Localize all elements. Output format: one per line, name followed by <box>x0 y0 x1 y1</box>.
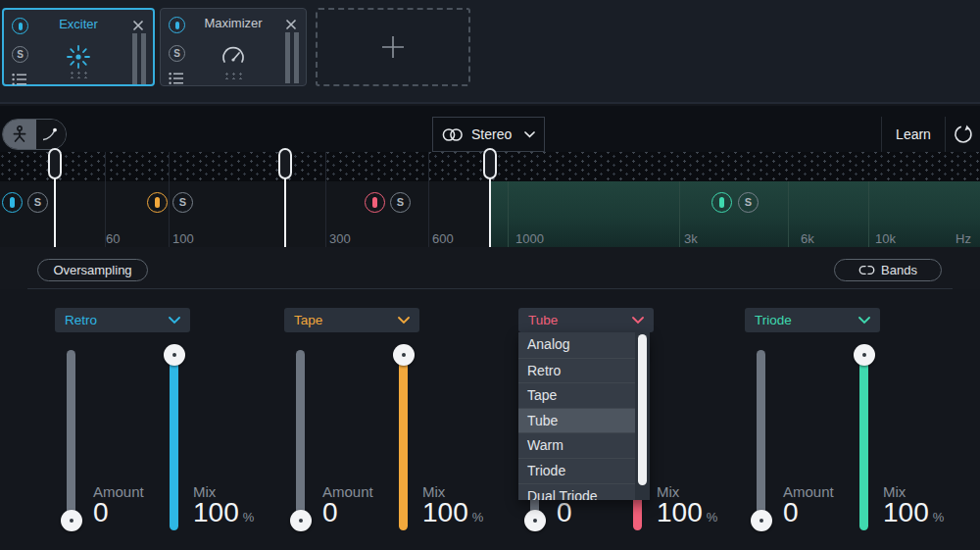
preset-list-icon[interactable] <box>169 72 184 89</box>
menu-scrollbar-thumb[interactable] <box>638 334 647 485</box>
band2-amount-thumb[interactable] <box>290 510 312 531</box>
band2-amount-slider[interactable] <box>296 350 305 530</box>
grid-line <box>679 181 680 247</box>
band1-solo-icon[interactable]: S <box>27 192 48 213</box>
channel-selector[interactable]: Stereo <box>432 117 545 152</box>
crossover-handle-2[interactable] <box>278 148 292 179</box>
grid-line <box>428 152 429 247</box>
band1-amount-thumb[interactable] <box>61 510 82 531</box>
drag-handle-dots-icon[interactable] <box>223 72 243 79</box>
menu-item-selected[interactable]: Tube <box>518 408 635 433</box>
toolbar: Stereo Learn <box>0 106 980 152</box>
band3-mode-dropdown[interactable]: Tube <box>518 308 654 332</box>
drag-handle-dots-icon[interactable] <box>69 71 88 78</box>
plugin-window: Exciter S <box>0 0 980 550</box>
freq-label: 300 <box>329 231 351 246</box>
assistant-person-icon[interactable] <box>3 120 36 149</box>
menu-item[interactable]: Retro <box>518 358 635 383</box>
freq-label: 10k <box>875 231 896 246</box>
band2-power-icon[interactable] <box>147 192 168 213</box>
module-card-exciter[interactable]: Exciter S <box>2 8 155 86</box>
freq-label: 1000 <box>515 231 544 246</box>
bands-panel: Retro Amount 0 Mix 100% Tape Amount 0 Mi… <box>0 289 980 550</box>
band2-solo-icon[interactable]: S <box>172 192 193 213</box>
band4-solo-icon[interactable]: S <box>738 192 759 213</box>
mix-value[interactable]: 100% <box>193 497 254 528</box>
menu-item[interactable]: Dual Triode <box>518 483 635 500</box>
selected-band-region[interactable] <box>490 181 980 247</box>
band1-amount-slider[interactable] <box>67 350 75 530</box>
freq-label: 6k <box>801 231 814 246</box>
controls-row: Oversampling Bands <box>0 247 980 289</box>
stereo-circles-icon <box>442 127 464 142</box>
view-mode-toggle <box>2 119 67 150</box>
module-meter <box>285 32 299 83</box>
band4-power-icon[interactable] <box>711 192 732 213</box>
maximizer-gauge-icon <box>220 43 247 73</box>
freq-label: 100 <box>172 231 194 246</box>
module-power-icon[interactable] <box>12 18 28 34</box>
band1-mode-dropdown[interactable]: Retro <box>55 308 190 332</box>
band2-mode-dropdown[interactable]: Tape <box>284 308 419 332</box>
band4-mode-dropdown[interactable]: Triode <box>745 308 880 332</box>
solo-icon[interactable]: S <box>12 46 28 63</box>
band1-mix-slider[interactable] <box>170 350 178 530</box>
chevron-down-icon <box>169 317 180 325</box>
band3-solo-icon[interactable]: S <box>390 192 411 213</box>
mode-dropdown-menu: Analog Retro Tape Tube Warm Triode Dual … <box>518 332 650 500</box>
band2-mix-thumb[interactable] <box>393 344 415 366</box>
manual-curve-icon[interactable] <box>36 120 66 149</box>
band1-power-icon[interactable] <box>2 192 23 213</box>
menu-scrollbar-track[interactable] <box>635 332 650 500</box>
chevron-down-icon <box>398 317 410 325</box>
band4-mix-thumb[interactable] <box>854 344 875 366</box>
oversampling-button[interactable]: Oversampling <box>37 259 148 281</box>
module-chain: Exciter S <box>0 0 980 104</box>
freq-label: 60 <box>106 231 120 246</box>
solo-icon[interactable]: S <box>169 45 185 62</box>
learn-button[interactable]: Learn <box>881 117 946 152</box>
amount-value[interactable]: 0 <box>557 497 572 528</box>
module-title: Exciter <box>31 17 125 31</box>
crossover-handle-3[interactable] <box>483 148 497 179</box>
grid-line <box>169 152 170 247</box>
band4-mix-slider[interactable] <box>859 350 868 530</box>
chevron-down-icon <box>524 131 535 138</box>
freq-label: 3k <box>684 231 698 246</box>
module-title: Maximizer <box>188 16 278 30</box>
amount-value[interactable]: 0 <box>322 497 338 528</box>
menu-item[interactable]: Triode <box>518 458 635 483</box>
chevron-down-icon <box>632 317 644 325</box>
menu-item[interactable]: Tape <box>518 382 635 408</box>
preset-list-icon[interactable] <box>12 73 27 90</box>
band3-power-icon[interactable] <box>365 192 385 213</box>
band4-amount-thumb[interactable] <box>751 510 772 531</box>
mix-value[interactable]: 100% <box>883 497 944 528</box>
band4-amount-slider[interactable] <box>757 350 765 530</box>
channel-label: Stereo <box>471 126 512 142</box>
amount-value[interactable]: 0 <box>783 497 799 528</box>
grid-line <box>508 181 509 247</box>
bands-button[interactable]: Bands <box>834 259 942 281</box>
grid-line <box>868 181 869 247</box>
freq-label: 600 <box>432 231 454 246</box>
module-power-icon[interactable] <box>169 17 185 33</box>
chevron-down-icon <box>858 317 870 325</box>
grid-line <box>325 152 326 247</box>
link-icon <box>858 265 875 275</box>
band3-amount-thumb[interactable] <box>524 510 546 531</box>
crossover-handle-1[interactable] <box>48 148 62 179</box>
history-reset-icon[interactable] <box>946 117 980 152</box>
mix-value[interactable]: 100% <box>422 497 483 528</box>
band1-mix-thumb[interactable] <box>164 344 185 366</box>
amount-value[interactable]: 0 <box>93 497 109 528</box>
menu-item[interactable]: Warm <box>518 432 635 458</box>
add-module-slot[interactable] <box>316 8 470 86</box>
mix-value[interactable]: 100% <box>657 497 717 528</box>
module-meter <box>132 33 146 84</box>
band2-mix-slider[interactable] <box>399 350 408 530</box>
freq-unit-label: Hz <box>956 231 971 246</box>
module-card-maximizer[interactable]: Maximizer S <box>160 8 307 86</box>
menu-item[interactable]: Analog <box>518 332 635 358</box>
grid-line <box>788 181 789 247</box>
